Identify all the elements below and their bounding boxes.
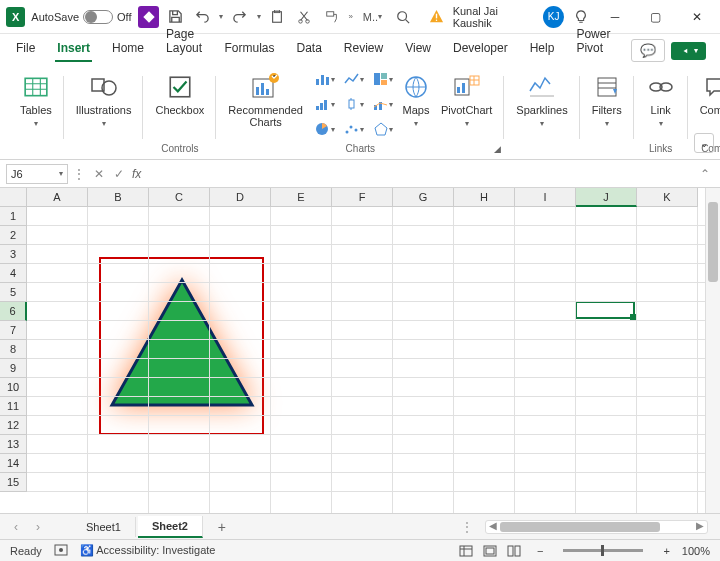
tab-data[interactable]: Data [294, 36, 323, 62]
vertical-scrollbar[interactable] [705, 188, 720, 513]
link-button[interactable]: Link▾ [642, 68, 680, 131]
zoom-level[interactable]: 100% [682, 545, 710, 557]
add-sheet-button[interactable]: + [211, 516, 233, 538]
col-header-K[interactable]: K [637, 188, 698, 207]
redo-icon[interactable] [229, 4, 250, 30]
cancel-formula-icon[interactable]: ✕ [90, 164, 108, 184]
col-header-H[interactable]: H [454, 188, 515, 207]
row-header-13[interactable]: 13 [0, 435, 27, 454]
maximize-button[interactable]: ▢ [638, 3, 673, 31]
confirm-formula-icon[interactable]: ✓ [110, 164, 128, 184]
hierarchy-chart-icon[interactable]: ▾ [313, 93, 337, 115]
vscroll-thumb[interactable] [708, 202, 718, 282]
horizontal-scrollbar[interactable]: ◀ ▶ [485, 520, 708, 534]
page-break-view-icon[interactable] [503, 542, 525, 560]
charts-launcher[interactable]: ◢ [494, 144, 501, 154]
tab-help[interactable]: Help [528, 36, 557, 62]
maps-button[interactable]: Maps▾ [397, 68, 435, 131]
pivotchart-button[interactable]: PivotChart▾ [437, 68, 496, 131]
doc-name[interactable]: M.. ▾ [359, 4, 386, 30]
fx-label[interactable]: fx [132, 167, 141, 181]
row-header-7[interactable]: 7 [0, 321, 27, 340]
qat-more[interactable]: » [348, 12, 352, 21]
col-header-B[interactable]: B [88, 188, 149, 207]
sheet-next-icon[interactable]: › [28, 517, 48, 537]
scatter-chart-icon[interactable]: ▾ [342, 118, 366, 140]
tab-insert[interactable]: Insert [55, 36, 92, 62]
row-header-12[interactable]: 12 [0, 416, 27, 435]
macro-recorder-icon[interactable] [54, 544, 68, 558]
zoom-out-button[interactable]: − [537, 545, 543, 557]
comments-button[interactable]: 💬 [631, 39, 665, 62]
zoom-in-button[interactable]: + [663, 545, 669, 557]
row-header-1[interactable]: 1 [0, 207, 27, 226]
tab-view[interactable]: View [403, 36, 433, 62]
close-button[interactable]: ✕ [679, 3, 714, 31]
normal-view-icon[interactable] [455, 542, 477, 560]
col-header-I[interactable]: I [515, 188, 576, 207]
zoom-slider[interactable] [563, 549, 643, 552]
row-header-5[interactable]: 5 [0, 283, 27, 302]
sheet-tab-1[interactable]: Sheet1 [72, 517, 136, 537]
tab-home[interactable]: Home [110, 36, 146, 62]
tab-developer[interactable]: Developer [451, 36, 510, 62]
accessibility-status[interactable]: ♿ Accessibility: Investigate [80, 544, 216, 557]
illustrations-button[interactable]: Illustrations▾ [72, 68, 136, 131]
tables-button[interactable]: Tables▾ [16, 68, 56, 131]
sparklines-button[interactable]: Sparklines▾ [512, 68, 571, 131]
combo-chart-icon[interactable]: ▾ [371, 93, 395, 115]
row-header-2[interactable]: 2 [0, 226, 27, 245]
search-icon[interactable] [392, 4, 413, 30]
tab-power-pivot[interactable]: Power Pivot [574, 22, 613, 62]
recommended-charts-button[interactable]: Recommended Charts [224, 68, 307, 130]
tab-formulas[interactable]: Formulas [222, 36, 276, 62]
name-box[interactable]: J6▾ [6, 164, 68, 184]
cut-icon[interactable] [294, 4, 315, 30]
sheet-tab-2[interactable]: Sheet2 [138, 516, 203, 538]
undo-more[interactable]: ▾ [219, 12, 223, 21]
hscroll-thumb[interactable] [500, 522, 660, 532]
sheet-scroll-menu[interactable]: ⋮ [457, 517, 477, 537]
col-header-D[interactable]: D [210, 188, 271, 207]
row-header-11[interactable]: 11 [0, 397, 27, 416]
col-header-A[interactable]: A [27, 188, 88, 207]
autosave-toggle[interactable] [83, 10, 113, 24]
row-header-10[interactable]: 10 [0, 378, 27, 397]
warning-icon[interactable] [425, 4, 446, 30]
cells-canvas[interactable] [27, 207, 705, 513]
pie-chart-icon[interactable]: ▾ [313, 118, 337, 140]
office-diamond-icon[interactable] [138, 6, 159, 28]
comment-button[interactable]: Comm [696, 68, 720, 118]
col-header-F[interactable]: F [332, 188, 393, 207]
treemap-icon[interactable]: ▾ [371, 68, 395, 90]
worksheet-grid[interactable]: ABCDEFGHIJK 123456789101112131415 [0, 188, 705, 513]
col-header-C[interactable]: C [149, 188, 210, 207]
filters-button[interactable]: Filters▾ [588, 68, 626, 131]
tab-page-layout[interactable]: Page Layout [164, 22, 204, 62]
radar-chart-icon[interactable]: ▾ [371, 118, 395, 140]
col-header-E[interactable]: E [271, 188, 332, 207]
row-header-3[interactable]: 3 [0, 245, 27, 264]
line-chart-icon[interactable]: ▾ [342, 68, 366, 90]
triangle-shape[interactable] [107, 275, 257, 415]
tab-file[interactable]: File [14, 36, 37, 62]
share-button[interactable]: ▾ [671, 42, 706, 60]
col-header-J[interactable]: J [576, 188, 637, 207]
statistic-chart-icon[interactable]: ▾ [342, 93, 366, 115]
formula-bar-expand[interactable]: ⌃ [696, 167, 714, 181]
collapse-ribbon-button[interactable]: ⌄ [694, 133, 714, 153]
row-header-14[interactable]: 14 [0, 454, 27, 473]
row-header-8[interactable]: 8 [0, 340, 27, 359]
quick-print-icon[interactable] [267, 4, 288, 30]
page-layout-view-icon[interactable] [479, 542, 501, 560]
redo-more[interactable]: ▾ [257, 12, 261, 21]
name-box-dropdown[interactable]: ⋮ [70, 164, 88, 184]
row-header-15[interactable]: 15 [0, 473, 27, 492]
tab-review[interactable]: Review [342, 36, 385, 62]
select-all-corner[interactable] [0, 188, 27, 207]
format-painter-icon[interactable] [321, 4, 342, 30]
formula-input[interactable] [143, 164, 694, 184]
col-header-G[interactable]: G [393, 188, 454, 207]
row-header-4[interactable]: 4 [0, 264, 27, 283]
bar-chart-icon[interactable]: ▾ [313, 68, 337, 90]
